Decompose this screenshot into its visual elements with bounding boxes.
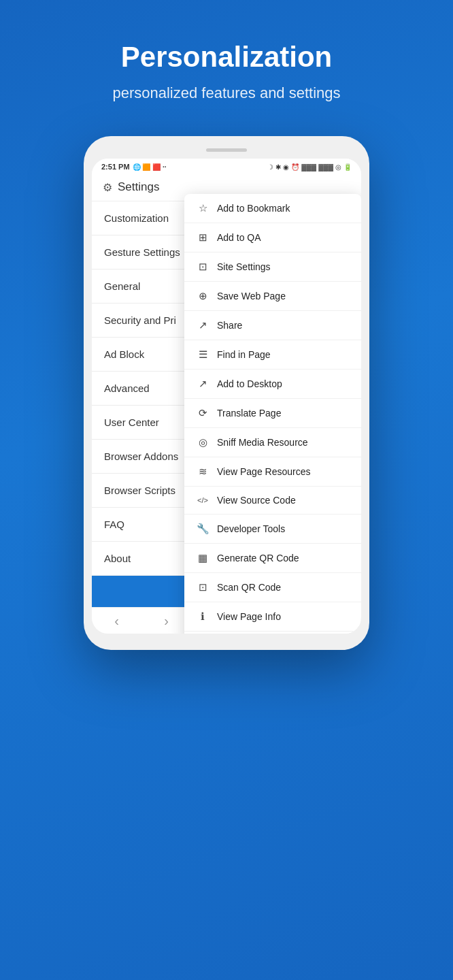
qa-label: Add to QA	[217, 232, 261, 243]
add-desktop-icon: ↗	[197, 378, 209, 390]
translate-label: Translate Page	[217, 408, 281, 419]
screen-inner: 2:51 PM 🌐 🟧 🟥 ·· ☽ ✱ ◉ ⏰ ▓▓▓ ▓▓▓ ◎ 🔋 ⚙ S…	[92, 159, 361, 634]
phone-notch	[206, 148, 247, 152]
qa-icon: ⊞	[197, 231, 209, 244]
nav-back-icon[interactable]: ‹	[114, 613, 119, 630]
dropdown-item-page-info[interactable]: ℹ View Page Info	[184, 602, 361, 632]
settings-title: Settings	[118, 180, 159, 194]
dropdown-item-sniff[interactable]: ◎ Sniff Media Resource	[184, 428, 361, 457]
signal-icon: ◉	[283, 163, 289, 171]
page-title: Personalization	[121, 41, 332, 74]
qr-code-icon: ▦	[197, 552, 209, 564]
dropdown-item-save[interactable]: ⊕ Save Web Page	[184, 282, 361, 311]
dropdown-item-find[interactable]: ☰ Find in Page	[184, 340, 361, 370]
battery-icon: 🔋	[343, 163, 352, 171]
page-resources-label: View Page Resources	[217, 466, 310, 477]
context-menu-dropdown: ☆ Add to Bookmark ⊞ Add to QA ⊡ Site Set…	[184, 194, 361, 634]
phone-frame: 2:51 PM 🌐 🟧 🟥 ·· ☽ ✱ ◉ ⏰ ▓▓▓ ▓▓▓ ◎ 🔋 ⚙ S…	[84, 136, 369, 650]
site-settings-icon: ⊡	[197, 261, 209, 273]
page-resources-icon: ≋	[197, 466, 209, 478]
dropdown-item-source[interactable]: </> View Source Code	[184, 487, 361, 514]
dropdown-more-arrow[interactable]: ▼	[184, 632, 361, 634]
share-label: Share	[217, 320, 242, 331]
bluetooth-icon: ✱	[275, 163, 281, 171]
find-in-page-icon: ☰	[197, 348, 209, 361]
status-bar: 2:51 PM 🌐 🟧 🟥 ·· ☽ ✱ ◉ ⏰ ▓▓▓ ▓▓▓ ◎ 🔋	[92, 159, 361, 174]
dropdown-item-devtools[interactable]: 🔧 Developer Tools	[184, 514, 361, 544]
dropdown-item-resources[interactable]: ≋ View Page Resources	[184, 457, 361, 487]
status-right-icons: ☽ ✱ ◉ ⏰ ▓▓▓ ▓▓▓ ◎ 🔋	[267, 163, 352, 171]
dropdown-item-bookmark[interactable]: ☆ Add to Bookmark	[184, 194, 361, 223]
dropdown-item-qa[interactable]: ⊞ Add to QA	[184, 223, 361, 252]
bookmark-label: Add to Bookmark	[217, 203, 290, 214]
dev-tools-label: Developer Tools	[217, 523, 285, 534]
moon-icon: ☽	[267, 163, 273, 171]
dropdown-item-site-settings[interactable]: ⊡ Site Settings	[184, 252, 361, 282]
alarm-icon: ⏰	[291, 163, 299, 171]
wifi-icon: ◎	[335, 163, 341, 171]
source-code-label: View Source Code	[217, 495, 296, 506]
scan-qr-label: Scan QR Code	[217, 582, 281, 593]
dropdown-item-scan[interactable]: ⊡ Scan QR Code	[184, 573, 361, 602]
page-info-icon: ℹ	[197, 610, 209, 623]
bars1-icon: ▓▓▓	[301, 163, 316, 171]
find-in-page-label: Find in Page	[217, 349, 271, 360]
dropdown-item-desktop[interactable]: ↗ Add to Desktop	[184, 370, 361, 399]
phone-screen: 2:51 PM 🌐 🟧 🟥 ·· ☽ ✱ ◉ ⏰ ▓▓▓ ▓▓▓ ◎ 🔋 ⚙ S…	[92, 159, 361, 634]
source-code-icon: </>	[197, 496, 209, 504]
site-settings-label: Site Settings	[217, 261, 271, 272]
add-desktop-label: Add to Desktop	[217, 378, 282, 389]
dropdown-item-qrcode[interactable]: ▦ Generate QR Code	[184, 544, 361, 573]
page-subtitle: personalized features and settings	[112, 84, 340, 102]
dropdown-item-share[interactable]: ↗ Share	[184, 311, 361, 340]
nav-forward-icon[interactable]: ›	[164, 613, 169, 630]
sniff-label: Sniff Media Resource	[217, 437, 308, 448]
time-text: 2:51 PM	[101, 163, 130, 171]
sniff-icon: ◎	[197, 436, 209, 448]
share-icon: ↗	[197, 319, 209, 331]
dropdown-item-translate[interactable]: ⟳ Translate Page	[184, 399, 361, 428]
scan-qr-icon: ⊡	[197, 581, 209, 593]
translate-icon: ⟳	[197, 407, 209, 419]
save-web-label: Save Web Page	[217, 291, 286, 301]
qr-code-label: Generate QR Code	[217, 553, 299, 564]
status-app-icons: 🌐 🟧 🟥 ··	[133, 163, 167, 171]
status-time: 2:51 PM 🌐 🟧 🟥 ··	[101, 163, 166, 171]
bookmark-icon: ☆	[197, 202, 209, 214]
settings-gear-icon: ⚙	[103, 181, 112, 194]
bars2-icon: ▓▓▓	[318, 163, 333, 171]
page-info-label: View Page Info	[217, 611, 281, 622]
dev-tools-icon: 🔧	[197, 523, 209, 535]
save-web-icon: ⊕	[197, 290, 209, 302]
